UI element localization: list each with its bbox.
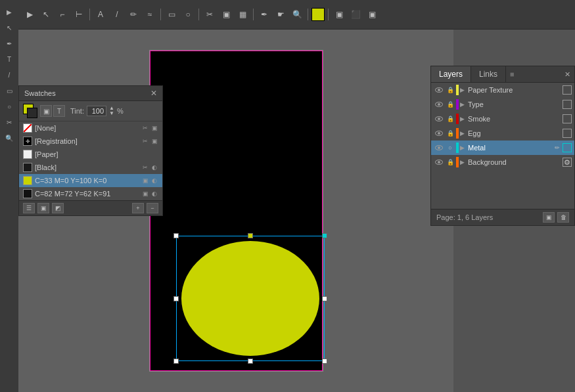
layer-lock-type[interactable]: 🔒 bbox=[446, 100, 455, 109]
tool-type2[interactable]: A bbox=[93, 7, 108, 22]
swatch-name-dark: C=82 M=72 Y=62 K=91 bbox=[35, 190, 139, 198]
layers-tab-menu[interactable]: ≡ bbox=[506, 70, 518, 78]
swatch-name-yellow: C=33 M=0 Y=100 K=0 bbox=[35, 177, 139, 185]
tool-zoom2[interactable]: 🔍 bbox=[290, 7, 304, 22]
layer-visibility-paper-texture[interactable] bbox=[434, 85, 444, 95]
panel-header-controls: ✕ bbox=[150, 89, 157, 98]
tool-misc3[interactable]: ▣ bbox=[365, 7, 379, 22]
swatch-row-none[interactable]: [None] ✂ ▣ bbox=[19, 121, 162, 135]
swatch-delete-btn[interactable]: − bbox=[147, 203, 158, 213]
tool-scissor[interactable]: ✂ bbox=[3, 116, 16, 129]
swatch-name-paper: [Paper] bbox=[35, 150, 158, 158]
handle-bot-right[interactable] bbox=[322, 359, 327, 364]
tool-type[interactable]: T bbox=[3, 53, 16, 66]
layer-lock-background[interactable]: 🔒 bbox=[446, 158, 455, 167]
swatches-footer: ☰ ▣ ◩ + − bbox=[19, 200, 162, 215]
layer-expand-egg[interactable]: ▶ bbox=[460, 130, 467, 137]
tool-direct-select[interactable]: ↖ bbox=[3, 21, 16, 34]
handle-top-left[interactable] bbox=[173, 233, 179, 238]
ellipse-shape[interactable] bbox=[181, 241, 319, 356]
layers-new-layer-btn[interactable]: ▣ bbox=[543, 212, 555, 223]
tool-select2[interactable]: ↖ bbox=[39, 7, 53, 22]
layer-page-type bbox=[563, 100, 572, 109]
swatches-list: [None] ✂ ▣ ✛ [Registration] ✂ ▣ [Paper] … bbox=[19, 121, 162, 200]
tool-hand[interactable]: ☛ bbox=[273, 7, 288, 22]
tool-scissors[interactable]: ✂ bbox=[202, 7, 217, 22]
fill-color-indicator[interactable] bbox=[311, 8, 325, 21]
tool-smooth[interactable]: ≈ bbox=[143, 7, 157, 22]
swatch-row-black[interactable]: [Black] ✂ ◐ bbox=[19, 161, 162, 174]
tool-crop[interactable]: ⌐ bbox=[55, 7, 70, 22]
tool-zoom[interactable]: 🔍 bbox=[3, 131, 16, 144]
sep6 bbox=[328, 9, 329, 20]
panel-close-btn[interactable]: ✕ bbox=[150, 89, 157, 98]
tool-misc1[interactable]: ▣ bbox=[332, 7, 346, 22]
tool-select[interactable]: ▶ bbox=[3, 5, 16, 18]
ellipse-container[interactable] bbox=[181, 241, 319, 356]
tool-pen2[interactable]: / bbox=[110, 7, 124, 22]
layer-expand-metal[interactable]: ▶ bbox=[460, 144, 467, 151]
swatch-show-all-btn[interactable]: ▣ bbox=[37, 203, 49, 213]
layer-row-smoke[interactable]: 🔒 ▶ Smoke bbox=[431, 112, 574, 126]
swatch-color-black bbox=[23, 163, 32, 172]
tool-pencil[interactable]: ✏ bbox=[126, 7, 141, 22]
layer-row-egg[interactable]: 🔒 ▶ Egg bbox=[431, 126, 574, 141]
swatch-tint-btn[interactable]: ◩ bbox=[52, 203, 64, 213]
swatch-row-yellow[interactable]: C=33 M=0 Y=100 K=0 ▣ ◐ bbox=[19, 174, 162, 187]
tool-ellipse[interactable]: ○ bbox=[3, 100, 16, 113]
layer-visibility-egg[interactable] bbox=[434, 128, 444, 139]
document-page bbox=[149, 50, 323, 372]
swatch-preview[interactable] bbox=[23, 104, 37, 118]
layer-name-metal: Metal bbox=[468, 144, 552, 152]
handle-bot-left[interactable] bbox=[173, 359, 179, 364]
tool-gap[interactable]: ⊢ bbox=[72, 7, 86, 22]
swatch-row-registration[interactable]: ✛ [Registration] ✂ ▣ bbox=[19, 135, 162, 148]
layer-lock-egg[interactable]: 🔒 bbox=[446, 129, 455, 138]
layer-expand-type[interactable]: ▶ bbox=[460, 101, 467, 108]
tool-rect2[interactable]: ▭ bbox=[164, 7, 179, 22]
swatch-bg-color[interactable] bbox=[27, 108, 37, 118]
layer-row-type[interactable]: 🔒 ▶ Type bbox=[431, 97, 574, 112]
layer-visibility-smoke[interactable] bbox=[434, 114, 444, 124]
tool-line[interactable]: / bbox=[3, 68, 16, 81]
layer-row-background[interactable]: 🔒 ▶ Background ⚙ bbox=[431, 155, 574, 169]
swatch-row-dark[interactable]: C=82 M=72 Y=62 K=91 ▣ ◐ bbox=[19, 187, 162, 200]
handle-bot-center[interactable] bbox=[248, 359, 253, 364]
tool-grid[interactable]: ▦ bbox=[235, 7, 250, 22]
tab-links[interactable]: Links bbox=[471, 66, 506, 82]
tool-pen[interactable]: ✒ bbox=[3, 37, 16, 50]
tool-ellipse2[interactable]: ○ bbox=[181, 7, 195, 22]
layers-delete-btn[interactable]: 🗑 bbox=[557, 212, 569, 223]
layer-visibility-background[interactable] bbox=[434, 157, 444, 167]
swatch-row-paper[interactable]: [Paper] bbox=[19, 148, 162, 161]
swatch-type-stroke[interactable]: T bbox=[53, 105, 65, 117]
tint-input[interactable] bbox=[87, 106, 106, 116]
layer-expand-background[interactable]: ▶ bbox=[460, 159, 467, 165]
swatches-panel-header: Swatches ✕ bbox=[19, 86, 162, 101]
layer-expand-smoke[interactable]: ▶ bbox=[460, 116, 467, 122]
layer-visibility-type[interactable] bbox=[434, 99, 444, 110]
handle-mid-left[interactable] bbox=[173, 296, 179, 301]
handle-mid-right[interactable] bbox=[322, 296, 327, 301]
tool-arrow[interactable]: ▶ bbox=[22, 7, 37, 22]
swatch-add-btn[interactable]: + bbox=[132, 203, 144, 213]
layer-row-metal[interactable]: ○ ▶ Metal ✏ bbox=[431, 141, 574, 155]
layer-visibility-metal[interactable] bbox=[434, 142, 444, 153]
tool-rect[interactable]: ▭ bbox=[3, 84, 16, 97]
tool-frame[interactable]: ▣ bbox=[219, 7, 233, 22]
layer-lock-smoke[interactable]: 🔒 bbox=[446, 114, 455, 123]
swatch-new-group-btn[interactable]: ☰ bbox=[23, 203, 35, 213]
tool-misc2[interactable]: ⬛ bbox=[348, 7, 363, 22]
layer-lock-metal[interactable]: ○ bbox=[446, 143, 455, 152]
layers-panel-close[interactable]: ✕ bbox=[561, 70, 574, 79]
handle-top-center[interactable] bbox=[248, 233, 253, 238]
tint-arrows[interactable]: ▲ ▼ bbox=[109, 106, 114, 116]
swatch-type-fill[interactable]: ▣ bbox=[40, 105, 52, 117]
tab-layers[interactable]: Layers bbox=[431, 66, 471, 82]
layer-lock-paper-texture[interactable]: 🔒 bbox=[446, 85, 455, 95]
tool-pencil2[interactable]: ✒ bbox=[257, 7, 271, 22]
layer-page-smoke bbox=[563, 114, 572, 123]
layer-row-paper-texture[interactable]: 🔒 ▶ Paper Texture bbox=[431, 83, 574, 97]
layer-expand-paper-texture[interactable]: ▶ bbox=[460, 87, 467, 93]
handle-top-right[interactable] bbox=[322, 233, 327, 238]
